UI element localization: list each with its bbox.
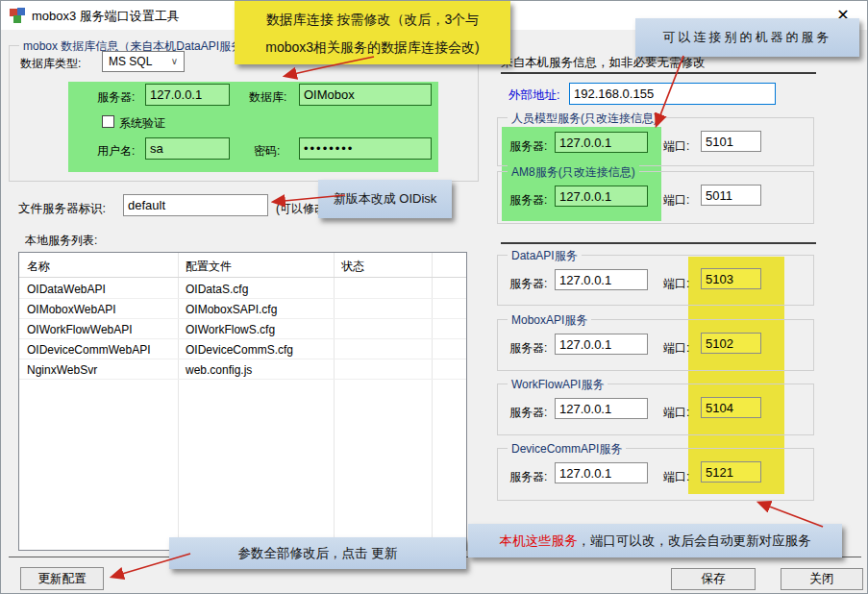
note-oidisk: 新版本改成 OIDisk [318, 180, 452, 218]
note-line: mobox3相关服务的数据库连接会改) [235, 34, 510, 62]
table-header: 名称 配置文件 状态 [19, 253, 466, 278]
chevron-down-icon: ∨ [171, 52, 178, 71]
group-title: DataAPI服务 [508, 248, 582, 264]
header-name[interactable]: 名称 [27, 259, 50, 275]
table-row[interactable]: OIMoboxWebAPI OIMoboxSAPI.cfg [19, 299, 466, 319]
group-workflowapi-service: WorkFlowAPI服务 服务器: 端口: [497, 384, 814, 435]
username-label: 用户名: [97, 143, 135, 160]
password-input[interactable] [299, 137, 432, 160]
window-title: mobox3 服务端口设置工具 [32, 8, 180, 25]
db-server-label: 服务器: [97, 89, 135, 106]
group-title: WorkFlowAPI服务 [508, 377, 608, 393]
header-status[interactable]: 状态 [341, 259, 364, 275]
external-address-input[interactable] [569, 83, 776, 105]
server-input[interactable] [555, 186, 648, 207]
group-am8-service: AM8服务(只改连接信息) 服务器: 端口: [497, 171, 814, 224]
group-title: AM8服务(只改连接信息) [508, 164, 639, 181]
port-label: 端口: [663, 469, 689, 485]
server-label: 服务器: [509, 469, 547, 485]
local-services-label: 本地服务列表: [25, 233, 97, 249]
server-label: 服务器: [509, 340, 547, 357]
cell-config: OIDeviceCommS.cfg [186, 343, 293, 357]
table-row[interactable]: NginxWebSvr web.config.js [19, 359, 466, 380]
server-label: 服务器: [509, 192, 547, 209]
update-config-button[interactable]: 更新配置 [20, 567, 104, 590]
port-label: 端口: [663, 192, 689, 209]
table-row[interactable]: OIDeviceCommWebAPI OIDeviceCommS.cfg [19, 339, 466, 359]
cell-config: web.config.js [186, 363, 252, 377]
system-auth-label: 系统验证 [119, 115, 165, 132]
port-label: 端口: [663, 276, 689, 292]
group-title: MoboxAPI服务 [508, 312, 591, 329]
port-input[interactable] [701, 268, 761, 289]
group-moboxapi-service: MoboxAPI服务 服务器: 端口: [497, 319, 814, 371]
server-label: 服务器: [509, 405, 547, 421]
fileserver-input[interactable] [123, 194, 268, 216]
app-window: mobox3 服务端口设置工具 ✕ mobox 数据库信息（来自本机DataAP… [0, 0, 868, 594]
port-label: 端口: [663, 340, 689, 357]
cell-name: OIDeviceCommWebAPI [27, 343, 150, 357]
server-input[interactable] [555, 334, 648, 355]
local-service-info-text: 来自本机服务信息，如非必要无需修改 [501, 55, 706, 71]
group-title: DeviceCommAPI服务 [508, 441, 626, 458]
header-config[interactable]: 配置文件 [186, 259, 232, 275]
close-button[interactable]: 关闭 [781, 568, 863, 590]
table-row[interactable]: OIDataWebAPI OIDataS.cfg [19, 279, 466, 299]
note-line: 数据库连接 按需修改（改后，3个与 [235, 6, 510, 34]
port-label: 端口: [663, 138, 689, 155]
note-remote-machine: 可以连接别的机器的服务 [635, 18, 859, 57]
password-label: 密码: [254, 143, 280, 160]
port-input[interactable] [701, 461, 761, 483]
port-label: 端口: [663, 405, 689, 421]
note-red-text: 本机这些服务 [500, 533, 578, 548]
db-name-input[interactable] [299, 84, 432, 106]
server-input[interactable] [555, 269, 648, 290]
port-input[interactable] [701, 131, 761, 152]
cell-name: OIDataWebAPI [27, 283, 106, 296]
note-click-update: 参数全部修改后，点击 更新 [169, 537, 466, 569]
cell-name: OIWorkFlowWebAPI [27, 323, 133, 336]
port-input[interactable] [701, 397, 761, 418]
note-local-services: 本机这些服务，端口可以改，改后会自动更新对应服务 [468, 524, 842, 557]
db-type-value: MS SQL [109, 55, 152, 68]
table-row[interactable]: OIWorkFlowWebAPI OIWorkFlowS.cfg [19, 319, 466, 339]
server-label: 服务器: [509, 276, 547, 292]
port-input[interactable] [701, 333, 761, 354]
server-input[interactable] [555, 398, 648, 419]
server-input[interactable] [555, 132, 648, 153]
divider [501, 242, 816, 244]
cell-name: OIMoboxWebAPI [27, 303, 115, 316]
server-label: 服务器: [509, 138, 547, 155]
divider [501, 72, 816, 74]
group-devicecommapi-service: DeviceCommAPI服务 服务器: 端口: [497, 448, 814, 501]
system-auth-checkbox[interactable] [102, 115, 114, 128]
local-services-table: 名称 配置文件 状态 OIDataWebAPI OIDataS.cfg OIMo… [18, 252, 467, 551]
db-type-label: 数据库类型: [20, 56, 81, 72]
port-input[interactable] [701, 185, 761, 206]
cell-config: OIMoboxSAPI.cfg [186, 303, 277, 316]
group-person-model-service: 人员模型服务(只改连接信息) 服务器: 端口: [497, 117, 814, 166]
fileserver-label: 文件服务器标识: [18, 201, 106, 217]
db-server-input[interactable] [145, 84, 230, 106]
server-input[interactable] [555, 462, 648, 483]
external-address-label: 外部地址: [508, 87, 559, 104]
db-type-select[interactable]: MS SQL ∨ [102, 51, 185, 72]
note-rest-text: ，端口可以改，改后会自动更新对应服务 [578, 533, 811, 548]
cell-config: OIDataS.cfg [186, 283, 248, 296]
app-icon [10, 8, 26, 24]
db-name-label: 数据库: [249, 89, 286, 106]
save-button[interactable]: 保存 [671, 568, 756, 590]
group-title: 人员模型服务(只改连接信息) [508, 111, 661, 127]
cell-name: NginxWebSvr [27, 363, 97, 377]
cell-config: OIWorkFlowS.cfg [186, 323, 275, 336]
group-dataapi-service: DataAPI服务 服务器: 端口: [497, 255, 814, 306]
note-database-connection: 数据库连接 按需修改（改后，3个与 mobox3相关服务的数据库连接会改) [235, 1, 510, 64]
username-input[interactable] [145, 137, 230, 160]
